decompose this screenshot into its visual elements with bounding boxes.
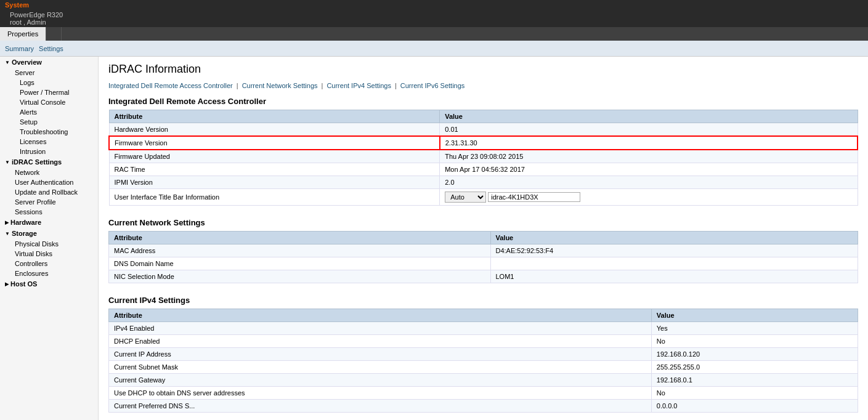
idrac-col-attr: Attribute xyxy=(109,110,440,123)
table-row: Current Preferred DNS S... 0.0.0.0 xyxy=(109,400,858,413)
sidebar-sessions[interactable]: Sessions xyxy=(0,207,98,217)
sessions-label: Sessions xyxy=(15,208,43,216)
breadcrumb-idrac[interactable]: Integrated Dell Remote Access Controller xyxy=(108,82,233,89)
troubleshooting-label: Troubleshooting xyxy=(20,128,68,135)
dns-value xyxy=(490,257,858,270)
sidebar-virtual-disks[interactable]: Virtual Disks xyxy=(0,249,98,259)
mac-attr: MAC Address xyxy=(109,244,491,257)
sidebar-user-auth[interactable]: User Authentication xyxy=(0,177,98,187)
overview-label: Overview xyxy=(12,59,42,66)
sep-3: | xyxy=(395,82,397,89)
sidebar-server[interactable]: Server xyxy=(0,68,98,78)
idrac-section-title: Integrated Dell Remote Access Controller xyxy=(108,97,858,106)
table-row: DNS Domain Name xyxy=(109,257,858,270)
sub-tabs: Summary Settings xyxy=(0,41,868,57)
breadcrumb-network[interactable]: Current Network Settings xyxy=(242,82,318,89)
gateway-attr: Current Gateway xyxy=(109,374,652,387)
setup-label: Setup xyxy=(20,118,38,126)
table-row: Current IP Address 192.168.0.120 xyxy=(109,348,858,361)
table-row: Current Gateway 192.168.0.1 xyxy=(109,374,858,387)
sep-1: | xyxy=(237,82,238,89)
update-label: Update and Rollback xyxy=(15,188,78,196)
hw-ver-value: 0.01 xyxy=(440,123,858,137)
gateway-value: 192.168.0.1 xyxy=(651,374,858,387)
net-col-value: Value xyxy=(490,232,858,244)
properties-tab[interactable]: Properties xyxy=(0,27,46,41)
sidebar-network[interactable]: Network xyxy=(0,168,98,177)
alerts-label: Alerts xyxy=(20,108,37,116)
storage-label: Storage xyxy=(12,230,37,237)
sidebar-licenses[interactable]: Licenses xyxy=(0,137,98,147)
sidebar-physical-disks[interactable]: Physical Disks xyxy=(0,239,98,249)
user-name: root , Admin xyxy=(5,18,863,26)
dhcp-attr: DHCP Enabled xyxy=(109,335,652,348)
ipmi-attr: IPMI Version xyxy=(109,176,440,189)
table-row: Current Subnet Mask 255.255.255.0 xyxy=(109,361,858,374)
subnet-value: 255.255.255.0 xyxy=(651,361,858,374)
table-row: NIC Selection Mode LOM1 xyxy=(109,270,858,283)
server-label: Server xyxy=(15,69,34,76)
rac-time-value: Mon Apr 17 04:56:32 2017 xyxy=(440,163,858,176)
settings-tab[interactable]: Settings xyxy=(39,45,63,52)
licenses-label: Licenses xyxy=(20,138,46,145)
net-col-attr: Attribute xyxy=(109,232,491,244)
properties-bar: Properties xyxy=(0,27,868,41)
sidebar-controllers[interactable]: Controllers xyxy=(0,259,98,269)
sep-2: | xyxy=(322,82,323,89)
sidebar-hardware[interactable]: ▶ Hardware xyxy=(0,217,98,228)
vconsole-label: Virtual Console xyxy=(20,99,65,106)
dns-obtain-value: No xyxy=(651,387,858,400)
sidebar-overview[interactable]: ▼ Overview xyxy=(0,57,98,68)
table-row: IPMI Version 2.0 xyxy=(109,176,858,189)
system-label: System xyxy=(5,1,29,9)
page-title: iDRAC Information xyxy=(108,63,858,76)
hardware-label: Hardware xyxy=(10,219,41,226)
overview-triangle-icon: ▼ xyxy=(5,60,10,65)
server-profile-label: Server Profile xyxy=(15,198,56,206)
sidebar-host-os[interactable]: ▶ Host OS xyxy=(0,278,98,289)
dns-obtain-attr: Use DHCP to obtain DNS server addresses xyxy=(109,387,652,400)
ui-titlebar-attr: User Interface Title Bar Information xyxy=(109,189,440,206)
sidebar-enclosures[interactable]: Enclosures xyxy=(0,269,98,278)
virtual-disks-label: Virtual Disks xyxy=(15,250,52,257)
ipv4-enabled-value: Yes xyxy=(651,322,858,335)
table-row: IPv4 Enabled Yes xyxy=(109,322,858,335)
sidebar-idrac-settings[interactable]: ▼ iDRAC Settings xyxy=(0,156,98,168)
ipmi-value: 2.0 xyxy=(440,176,858,189)
sidebar-setup[interactable]: Setup xyxy=(0,117,98,127)
breadcrumb-ipv6[interactable]: Current IPv6 Settings xyxy=(400,82,465,89)
idrac-col-value: Value xyxy=(440,110,858,123)
user-auth-label: User Authentication xyxy=(15,179,73,186)
empty-tab[interactable] xyxy=(46,27,62,41)
sidebar-logs[interactable]: Logs xyxy=(0,78,98,87)
hardware-triangle-icon: ▶ xyxy=(5,220,9,225)
table-row: Hardware Version 0.01 xyxy=(109,123,858,137)
ui-titlebar-input[interactable] xyxy=(488,192,580,202)
table-row: Firmware Updated Thu Apr 23 09:08:02 201… xyxy=(109,150,858,163)
mac-value: D4:AE:52:92:53:F4 xyxy=(490,244,858,257)
sidebar-update[interactable]: Update and Rollback xyxy=(0,187,98,197)
nic-attr: NIC Selection Mode xyxy=(109,270,491,283)
sidebar-storage[interactable]: ▼ Storage xyxy=(0,228,98,239)
sidebar-power[interactable]: Power / Thermal xyxy=(0,87,98,97)
rac-time-attr: RAC Time xyxy=(109,163,440,176)
table-row: RAC Time Mon Apr 17 04:56:32 2017 xyxy=(109,163,858,176)
summary-tab[interactable]: Summary xyxy=(5,45,34,52)
nic-value: LOM1 xyxy=(490,270,858,283)
power-label: Power / Thermal xyxy=(20,89,70,96)
pref-dns-attr: Current Preferred DNS S... xyxy=(109,400,652,413)
sidebar-troubleshooting[interactable]: Troubleshooting xyxy=(0,127,98,137)
sidebar-server-profile[interactable]: Server Profile xyxy=(0,197,98,207)
subnet-attr: Current Subnet Mask xyxy=(109,361,652,374)
sidebar-intrusion[interactable]: Intrusion xyxy=(0,147,98,156)
sidebar-alerts[interactable]: Alerts xyxy=(0,107,98,117)
ui-titlebar-select[interactable]: Auto Manual xyxy=(445,192,486,203)
server-name: PowerEdge R320 xyxy=(5,11,863,18)
content-area: iDRAC Information Integrated Dell Remote… xyxy=(99,57,868,420)
hostos-triangle-icon: ▶ xyxy=(5,281,9,287)
physical-disks-label: Physical Disks xyxy=(15,240,59,248)
network-label: Network xyxy=(15,169,39,176)
sidebar-vconsole[interactable]: Virtual Console xyxy=(0,97,98,107)
table-row: User Interface Title Bar Information Aut… xyxy=(109,189,858,206)
breadcrumb-ipv4[interactable]: Current IPv4 Settings xyxy=(327,82,391,89)
